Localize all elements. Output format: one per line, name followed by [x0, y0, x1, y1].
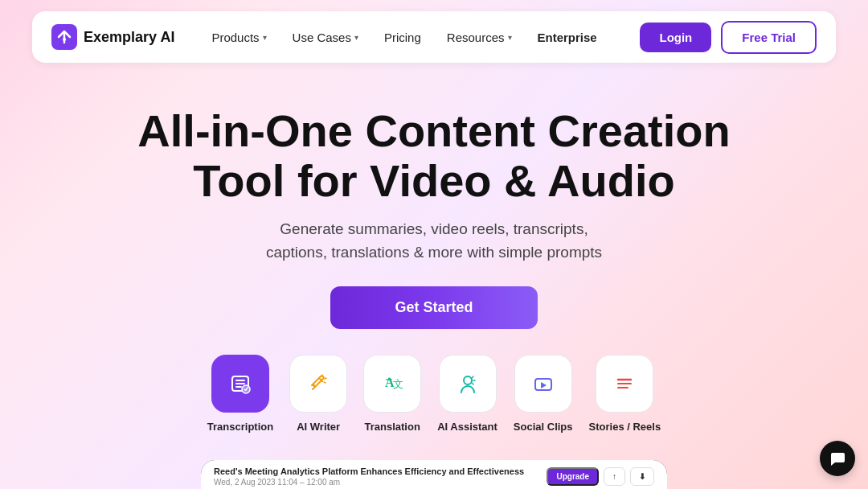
- feature-stories-reels-label: Stories / Reels: [589, 421, 661, 433]
- nav-use-cases[interactable]: Use Cases ▾: [281, 24, 370, 51]
- nav-resources[interactable]: Resources ▾: [436, 24, 523, 51]
- feature-translation[interactable]: A 文 Translation: [363, 355, 421, 433]
- ai-writer-icon-box: [289, 355, 347, 413]
- transcription-icon-box: [211, 355, 269, 413]
- login-button[interactable]: Login: [640, 23, 711, 52]
- social-clips-icon-box: [514, 355, 572, 413]
- app-preview: Reed's Meeting Analytics Platform Enhanc…: [201, 460, 667, 489]
- share-button[interactable]: ↑: [604, 467, 625, 486]
- feature-social-clips-label: Social Clips: [514, 421, 573, 433]
- hero-section: All-in-One Content Creation Tool for Vid…: [0, 74, 868, 355]
- stories-reels-icon-box: [596, 355, 653, 413]
- brand-name: Exemplary AI: [84, 29, 174, 46]
- hero-title: All-in-One Content Creation Tool for Vid…: [16, 106, 852, 205]
- nav-actions: Login Free Trial: [640, 21, 817, 54]
- download-button[interactable]: ⬇: [630, 467, 654, 486]
- translation-icon-box: A 文: [363, 355, 421, 413]
- free-trial-button[interactable]: Free Trial: [721, 21, 817, 54]
- nav-links: Products ▾ Use Cases ▾ Pricing Resources…: [200, 24, 640, 51]
- nav-pricing[interactable]: Pricing: [373, 24, 432, 51]
- app-title-bar: Reed's Meeting Analytics Platform Enhanc…: [201, 460, 667, 489]
- chevron-down-icon: ▾: [508, 33, 512, 42]
- feature-ai-writer-label: AI Writer: [297, 421, 340, 433]
- upgrade-button[interactable]: Upgrade: [547, 467, 599, 486]
- hero-subtitle: Generate summaries, video reels, transcr…: [16, 218, 852, 264]
- feature-transcription-label: Transcription: [207, 421, 273, 433]
- app-controls: Upgrade ↑ ⬇: [547, 467, 654, 486]
- navbar: Exemplary AI Products ▾ Use Cases ▾ Pric…: [32, 11, 836, 63]
- svg-point-0: [63, 38, 66, 41]
- svg-point-5: [464, 376, 472, 384]
- logo-area[interactable]: Exemplary AI: [51, 24, 174, 50]
- logo-icon: [51, 24, 77, 50]
- chevron-down-icon: ▾: [354, 33, 358, 42]
- app-title: Reed's Meeting Analytics Platform Enhanc…: [214, 466, 524, 476]
- nav-enterprise[interactable]: Enterprise: [526, 24, 608, 51]
- nav-products[interactable]: Products ▾: [200, 24, 277, 51]
- svg-text:文: 文: [393, 378, 403, 390]
- feature-ai-assistant-label: AI Assistant: [437, 421, 497, 433]
- feature-ai-writer[interactable]: AI Writer: [289, 355, 347, 433]
- ai-assistant-icon-box: [439, 355, 497, 413]
- feature-stories-reels[interactable]: Stories / Reels: [589, 355, 661, 433]
- features-row: Transcription AI Writer A 文 Translation: [0, 355, 868, 433]
- feature-translation-label: Translation: [365, 421, 420, 433]
- feature-ai-assistant[interactable]: AI Assistant: [437, 355, 497, 433]
- chat-bubble[interactable]: [820, 441, 855, 476]
- app-date: Wed, 2 Aug 2023 11:04 – 12:00 am: [214, 478, 524, 487]
- chevron-down-icon: ▾: [263, 33, 267, 42]
- feature-social-clips[interactable]: Social Clips: [514, 355, 573, 433]
- feature-transcription[interactable]: Transcription: [207, 355, 273, 433]
- get-started-button[interactable]: Get Started: [330, 286, 537, 329]
